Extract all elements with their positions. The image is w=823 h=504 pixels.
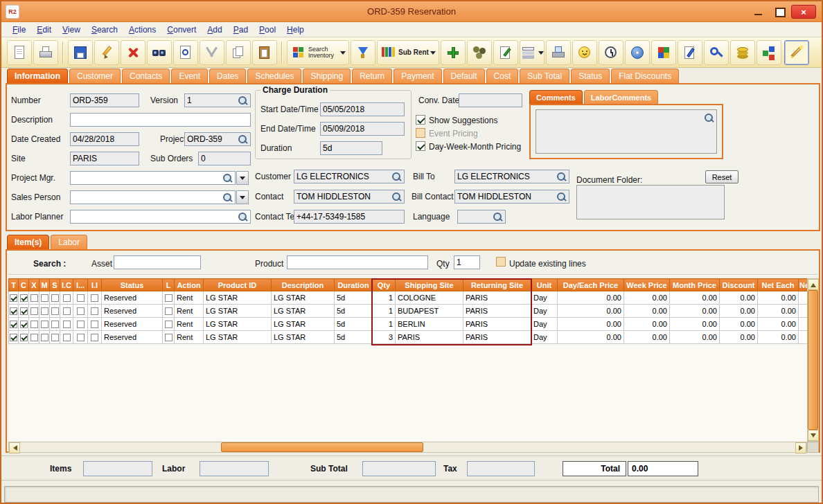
edit-button[interactable]	[94, 40, 119, 65]
row-flag-checkbox[interactable]	[20, 334, 28, 341]
search-inventory-button[interactable]: Search Inventory	[287, 40, 349, 65]
product-input[interactable]	[287, 255, 428, 269]
scroll-up-button[interactable]	[808, 279, 819, 290]
tab-event[interactable]: Event	[171, 69, 208, 83]
column-header-status[interactable]: Status	[102, 279, 163, 291]
conv-date-field[interactable]	[459, 93, 522, 107]
column-header-discount[interactable]: Discount	[720, 279, 758, 291]
copy-button[interactable]	[226, 40, 251, 65]
menu-help[interactable]: Help	[281, 24, 310, 35]
event-pricing-checkbox[interactable]	[416, 128, 425, 138]
row-flag-checkbox[interactable]	[63, 334, 71, 341]
row-flag-checkbox[interactable]	[41, 294, 48, 302]
end-date-field[interactable]: 05/09/2018	[320, 122, 405, 136]
table-row[interactable]: ReservedRentLG STARLG STAR5d3PARISPARISD…	[9, 331, 808, 344]
row-flag-checkbox[interactable]	[41, 321, 48, 328]
tab-item-s[interactable]: Item(s)	[7, 235, 49, 249]
bill-contact-field[interactable]: TOM HIDDLESTON	[454, 190, 569, 204]
menu-file[interactable]: File	[7, 24, 31, 35]
project-lookup-icon[interactable]	[238, 134, 248, 145]
row-flag-checkbox[interactable]	[30, 294, 38, 302]
asset-input[interactable]	[114, 255, 201, 269]
update-existing-lines-checkbox[interactable]	[496, 257, 506, 267]
tab-laborcomments[interactable]: LaborComments	[584, 90, 658, 104]
close-button[interactable]: ×	[791, 5, 816, 19]
minimize-button[interactable]	[750, 6, 766, 18]
table-row[interactable]: ReservedRentLG STARLG STAR5d1COLOGNEPARI…	[9, 291, 808, 305]
paste-button[interactable]	[252, 40, 277, 65]
description-field[interactable]	[70, 113, 251, 127]
tab-shipping[interactable]: Shipping	[303, 69, 351, 83]
column-header-x[interactable]: X	[29, 279, 39, 291]
add-button[interactable]	[441, 40, 466, 65]
coins-button[interactable]	[730, 40, 755, 65]
row-flag-checkbox[interactable]	[91, 334, 98, 341]
start-date-field[interactable]: 05/05/2018	[320, 102, 405, 116]
column-header-c[interactable]: C	[19, 279, 29, 291]
row-l-checkbox[interactable]	[165, 307, 172, 315]
row-flag-checkbox[interactable]	[41, 334, 48, 341]
row-flag-checkbox[interactable]	[63, 294, 71, 302]
row-flag-checkbox[interactable]	[91, 321, 98, 328]
project-mgr-field[interactable]	[70, 171, 236, 185]
menu-convert[interactable]: Convert	[161, 24, 202, 35]
save-button[interactable]	[68, 40, 93, 65]
date-created-field[interactable]: 04/28/2018	[70, 132, 139, 146]
menu-pad[interactable]: Pad	[228, 24, 254, 35]
row-flag-checkbox[interactable]	[77, 334, 85, 341]
scroll-down-button[interactable]	[808, 430, 819, 441]
print-button[interactable]	[33, 40, 58, 65]
tab-flat-discounts[interactable]: Flat Discounts	[611, 69, 679, 83]
tab-cost[interactable]: Cost	[486, 69, 519, 83]
comments-lookup-icon[interactable]	[704, 112, 714, 123]
customer-field[interactable]: LG ELECTRONICS	[294, 170, 405, 183]
reset-button[interactable]: Reset	[705, 170, 738, 183]
funnel-button[interactable]	[351, 40, 375, 65]
column-header-duration[interactable]: Duration	[335, 279, 373, 291]
delete-button[interactable]	[121, 40, 145, 65]
row-flag-checkbox[interactable]	[20, 294, 28, 302]
tab-status[interactable]: Status	[571, 69, 610, 83]
menu-edit[interactable]: Edit	[31, 24, 57, 35]
column-header-m[interactable]: M	[39, 279, 50, 291]
row-flag-checkbox[interactable]	[51, 321, 59, 328]
version-field[interactable]: 1	[184, 93, 251, 107]
horizontal-scroll-thumb[interactable]	[221, 442, 423, 452]
tab-customer[interactable]: Customer	[69, 69, 121, 83]
row-flag-checkbox[interactable]	[10, 294, 17, 302]
menu-pool[interactable]: Pool	[254, 24, 281, 35]
row-flag-checkbox[interactable]	[63, 321, 71, 328]
tab-dates[interactable]: Dates	[209, 69, 246, 83]
clock-button[interactable]	[599, 40, 623, 65]
tab-payment[interactable]: Payment	[393, 69, 441, 83]
scroll-right-button[interactable]	[795, 442, 806, 453]
find-in-document-button[interactable]	[173, 40, 198, 65]
tab-default[interactable]: Default	[443, 69, 485, 83]
row-l-checkbox[interactable]	[165, 321, 172, 328]
sales-person-field[interactable]	[70, 190, 236, 204]
column-header-t[interactable]: T	[9, 279, 19, 291]
table-row[interactable]: ReservedRentLG STARLG STAR5d1BERLINPARIS…	[9, 318, 808, 331]
row-flag-checkbox[interactable]	[91, 307, 98, 315]
modules-button[interactable]	[756, 40, 781, 65]
column-header-net-each[interactable]: Net Each	[758, 279, 799, 291]
column-header-returning-site[interactable]: Returning Site	[463, 279, 531, 291]
language-lookup-icon[interactable]	[493, 211, 503, 222]
menu-view[interactable]: View	[57, 24, 86, 35]
disc-button[interactable]	[625, 40, 650, 65]
smiley-button[interactable]	[572, 40, 597, 65]
qty-input[interactable]: 1	[454, 255, 480, 269]
contact-lookup-icon[interactable]	[391, 191, 402, 202]
column-header-s[interactable]: S	[50, 279, 60, 291]
tab-return[interactable]: Return	[352, 69, 392, 83]
horizontal-scrollbar[interactable]	[8, 442, 807, 453]
find-button[interactable]	[147, 40, 172, 65]
key-button[interactable]	[704, 40, 729, 65]
contact-tel-field[interactable]: +44-17-5349-1585	[294, 210, 405, 224]
contact-field[interactable]: TOM HIDDLESTON	[294, 190, 405, 204]
row-flag-checkbox[interactable]	[41, 307, 48, 315]
column-header-day-each-price[interactable]: Day/Each Price	[558, 279, 624, 291]
row-l-checkbox[interactable]	[165, 334, 172, 341]
column-header-i[interactable]: I...	[73, 279, 88, 291]
tab-sub-total[interactable]: Sub Total	[520, 69, 569, 83]
